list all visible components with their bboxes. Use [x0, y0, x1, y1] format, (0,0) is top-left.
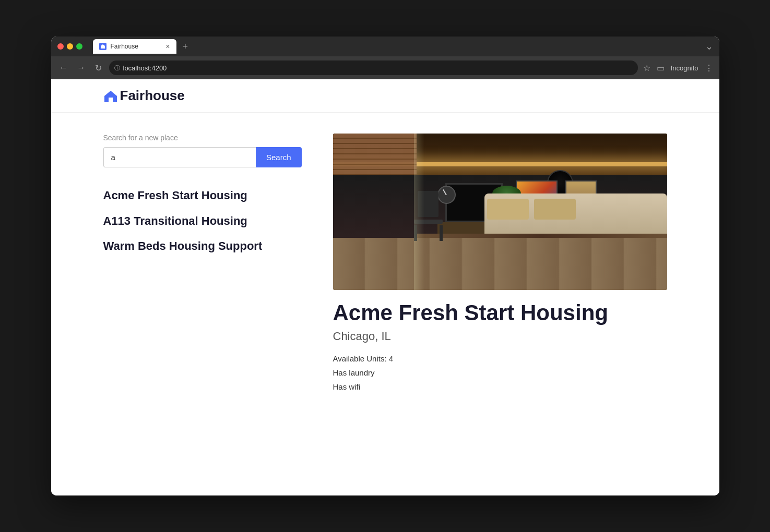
forward-button[interactable]: →	[75, 61, 88, 75]
cast-icon: ▭	[657, 63, 665, 73]
browser-window: Fairhouse × + ⌄ ← → ↻ ⓘ localhost:4200 ☆…	[51, 37, 719, 495]
right-panel: Acme Fresh Start Housing Chicago, IL Ava…	[333, 134, 667, 471]
main-layout: Search for a new place Search Acme Fresh…	[51, 113, 719, 492]
sofa-cushion-2	[534, 199, 576, 220]
listing-title-2: A113 Transitional Housing	[103, 214, 302, 229]
logo-text: Fairhouse	[120, 88, 185, 104]
rug	[417, 234, 667, 238]
list-item[interactable]: Warm Beds Housing Support	[103, 239, 302, 254]
incognito-label: Incognito	[671, 64, 698, 72]
list-item[interactable]: A113 Transitional Housing	[103, 214, 302, 229]
address-bar[interactable]: ⓘ localhost:4200	[109, 61, 638, 75]
laundry-amenity: Has laundry	[333, 366, 667, 380]
reload-button[interactable]: ↻	[93, 61, 104, 75]
listing-title-1: Acme Fresh Start Housing	[103, 188, 302, 203]
active-tab[interactable]: Fairhouse ×	[93, 39, 176, 54]
close-traffic-light[interactable]	[57, 43, 64, 50]
maximize-traffic-light[interactable]	[76, 43, 82, 50]
browser-addressbar: ← → ↻ ⓘ localhost:4200 ☆ ▭ Incognito ⋮	[51, 56, 719, 79]
tab-title: Fairhouse	[111, 43, 138, 50]
sofa-cushion-1	[487, 199, 529, 220]
svg-rect-0	[109, 98, 113, 102]
wifi-amenity: Has wifi	[333, 380, 667, 394]
property-details: Available Units: 4 Has laundry Has wifi	[333, 352, 667, 394]
logo-icon	[103, 89, 118, 103]
toolbar-actions: ☆ ▭ Incognito ⋮	[643, 63, 713, 73]
property-image	[333, 134, 667, 290]
page-content: Fairhouse Search for a new place Search …	[51, 79, 719, 495]
list-item[interactable]: Acme Fresh Start Housing	[103, 188, 302, 203]
sofa-main	[484, 194, 667, 238]
tab-close-button[interactable]: ×	[165, 42, 170, 51]
back-button[interactable]: ←	[57, 61, 70, 75]
url-text: localhost:4200	[123, 64, 167, 72]
new-tab-button[interactable]: +	[179, 41, 193, 52]
available-units: Available Units: 4	[333, 352, 667, 366]
search-button[interactable]: Search	[256, 147, 302, 167]
bookmark-icon[interactable]: ☆	[643, 63, 650, 73]
room-scene	[333, 134, 667, 290]
app-header: Fairhouse	[51, 79, 719, 113]
search-input[interactable]	[103, 147, 256, 167]
property-location: Chicago, IL	[333, 330, 667, 343]
minimize-traffic-light[interactable]	[67, 43, 73, 50]
property-name: Acme Fresh Start Housing	[333, 300, 667, 325]
tab-bar: Fairhouse × +	[93, 39, 193, 54]
window-light	[414, 134, 424, 290]
logo: Fairhouse	[103, 88, 185, 104]
search-form: Search	[103, 147, 302, 167]
left-panel: Search for a new place Search Acme Fresh…	[103, 134, 302, 471]
tab-favicon	[99, 43, 106, 50]
menu-icon[interactable]: ⋮	[705, 63, 713, 73]
lock-icon: ⓘ	[114, 64, 120, 72]
browser-titlebar: Fairhouse × + ⌄	[51, 37, 719, 56]
traffic-lights	[57, 43, 82, 50]
room-floor	[333, 238, 667, 290]
search-label: Search for a new place	[103, 134, 302, 142]
listing-title-3: Warm Beds Housing Support	[103, 239, 302, 254]
window-chevron: ⌄	[705, 41, 713, 52]
